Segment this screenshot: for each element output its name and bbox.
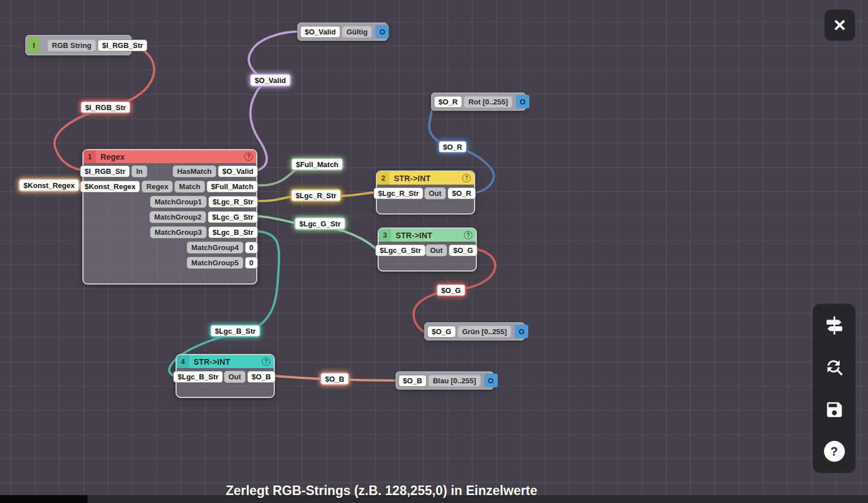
save-icon [825, 400, 844, 419]
port-value-pill[interactable]: $Konst_Regex [80, 181, 140, 193]
node-help-icon[interactable]: ? [244, 152, 253, 161]
port-value-pill[interactable]: $O_B [247, 371, 275, 383]
io-name-label: RGB String [47, 40, 96, 51]
io-value-pill[interactable]: $O_G [427, 326, 456, 338]
help-icon: ? [824, 441, 845, 462]
node-number: 1 [84, 150, 96, 163]
port-value-pill[interactable]: $Lgc_G_Str [208, 211, 258, 223]
output-port-row: MatchGroup1 $Lgc_R_Str [150, 196, 258, 208]
port-name-pill[interactable]: MatchGroup2 [150, 211, 206, 223]
port-name-pill[interactable]: MatchGroup3 [150, 226, 207, 238]
node-header[interactable]: 4 STR->INT ? [177, 355, 274, 368]
node-header[interactable]: 3 STR->INT ? [379, 229, 476, 242]
io-value-pill[interactable]: $I_RGB_Str [98, 40, 147, 51]
output-port-row: MatchGroup3 $Lgc_B_Str [150, 226, 258, 238]
bottom-bar-black-segment [0, 495, 87, 503]
port-value-pill[interactable]: $O_R [448, 187, 476, 199]
port-value-pill[interactable]: 0 [245, 242, 258, 253]
node-str-int-2[interactable]: 2 STR->INT ? $Lgc_R_Str In Out $O_R [376, 170, 475, 215]
port-name-pill[interactable]: MatchGroup4 [187, 242, 243, 253]
wire-label-o-b[interactable]: $O_B [320, 373, 349, 386]
port-value-pill[interactable]: $Lgc_B_Str [208, 226, 258, 238]
node-header[interactable]: 1 Regex ? [84, 150, 256, 163]
io-node-blau[interactable]: $O_B Blau [0..255] O [396, 371, 494, 390]
io-name-label: Grün [0..255] [458, 326, 511, 338]
node-help-icon[interactable]: ? [262, 357, 270, 366]
node-help-icon[interactable]: ? [462, 174, 471, 182]
wire-label-o-g[interactable]: $O_G [436, 284, 466, 297]
output-badge-icon: O [516, 95, 529, 108]
port-name-pill[interactable]: MatchGroup5 [187, 257, 243, 269]
output-badge-icon: O [484, 374, 498, 387]
node-header[interactable]: 2 STR->INT ? [377, 172, 474, 185]
port-value-pill[interactable]: $Full_Match [207, 181, 258, 193]
port-value-pill[interactable]: $Lgc_R_Str [374, 187, 423, 199]
node-title: STR->INT [396, 231, 432, 240]
output-port-row: Out $O_B [224, 371, 275, 383]
node-help-icon[interactable]: ? [464, 231, 472, 239]
node-title: STR->INT [394, 174, 431, 183]
wire-o-valid[interactable] [249, 32, 296, 170]
find-replace-icon [824, 357, 845, 378]
port-value-pill[interactable]: $O_G [449, 244, 477, 256]
side-toolbar: ? [813, 304, 856, 473]
node-title: STR->INT [194, 357, 230, 366]
node-number: 3 [379, 229, 391, 242]
find-replace-button[interactable] [822, 355, 847, 380]
wire-label-lgc-b-str[interactable]: $Lgc_B_Str [210, 325, 261, 338]
port-name-pill[interactable]: HasMatch [173, 165, 216, 177]
wire-label-lgc-r-str[interactable]: $Lgc_R_Str [291, 189, 341, 202]
signpost-icon [824, 315, 845, 336]
port-value-pill[interactable]: $I_RGB_Str [80, 165, 130, 177]
output-badge-icon: O [515, 325, 528, 338]
port-value-pill[interactable]: $Lgc_B_Str [173, 371, 223, 383]
port-name-pill[interactable]: Match [174, 181, 205, 193]
output-port-row: MatchGroup4 0 [187, 242, 258, 253]
io-name-label: Rot [0..255] [464, 96, 512, 108]
port-name-pill[interactable]: Out [426, 244, 447, 256]
io-node-gruen[interactable]: $O_G Grün [0..255] O [424, 322, 525, 340]
signpost-button[interactable] [822, 313, 847, 338]
port-value-pill[interactable]: 0 [245, 257, 258, 269]
output-port-row: MatchGroup5 0 [187, 257, 258, 269]
node-str-int-3[interactable]: 3 STR->INT ? $Lgc_G_Str In Out $O_G [378, 228, 477, 272]
output-port-row: HasMatch $O_Valid [173, 165, 258, 177]
node-number: 2 [377, 172, 389, 185]
port-name-pill[interactable]: MatchGroup1 [150, 196, 207, 208]
port-name-pill[interactable]: Out [224, 371, 246, 383]
io-value-pill[interactable]: $O_R [434, 96, 462, 108]
wire-label-full-match[interactable]: $Full_Match [291, 158, 343, 171]
output-port-row: Match $Full_Match [174, 181, 258, 193]
node-str-int-4[interactable]: 4 STR->INT ? $Lgc_B_Str In Out $O_B [176, 354, 275, 398]
output-badge-icon: O [375, 25, 389, 38]
input-badge-icon: I [28, 37, 40, 53]
io-value-pill[interactable]: $O_Valid [300, 26, 340, 38]
node-regex[interactable]: 1 Regex ? $I_RGB_Str In $Konst_Regex Reg… [82, 149, 257, 285]
output-port-row: Out $O_G [426, 244, 477, 256]
port-name-pill[interactable]: Regex [142, 181, 173, 193]
wire-label-o-r[interactable]: $O_R [438, 141, 467, 154]
port-value-pill[interactable]: $O_Valid [218, 165, 258, 177]
port-name-pill[interactable]: Out [424, 187, 446, 199]
close-button[interactable]: ✕ [825, 10, 855, 41]
port-value-pill[interactable]: $Lgc_R_Str [208, 196, 258, 208]
node-number: 4 [177, 355, 189, 368]
save-button[interactable] [822, 397, 847, 422]
io-node-rot[interactable]: $O_R Rot [0..255] O [431, 93, 526, 111]
wire-label-lgc-g-str[interactable]: $Lgc_G_Str [295, 217, 346, 230]
output-port-row: MatchGroup2 $Lgc_G_Str [150, 211, 258, 223]
io-node-gueltig[interactable]: $O_Valid Gültig O [297, 23, 388, 41]
wire-label-i-rgb-str[interactable]: $I_RGB_Str [80, 101, 131, 114]
help-button[interactable]: ? [822, 439, 847, 464]
close-icon: ✕ [833, 16, 847, 35]
wire-label-o-valid[interactable]: $O_Valid [250, 74, 291, 87]
input-port-row: $Konst_Regex Regex [80, 181, 173, 193]
io-value-pill[interactable]: $O_B [398, 375, 427, 387]
node-editor-canvas[interactable]: I RGB String $I_RGB_Str $O_Valid Gültig … [0, 0, 868, 503]
io-node-rgb-string[interactable]: I RGB String $I_RGB_Str [25, 35, 131, 55]
port-name-pill[interactable]: In [131, 165, 147, 177]
wire-label-konst-regex[interactable]: $Konst_Regex [19, 179, 80, 192]
output-port-row: Out $O_R [424, 187, 476, 199]
io-name-label: Blau [0..255] [428, 375, 481, 387]
port-value-pill[interactable]: $Lgc_G_Str [375, 244, 426, 256]
